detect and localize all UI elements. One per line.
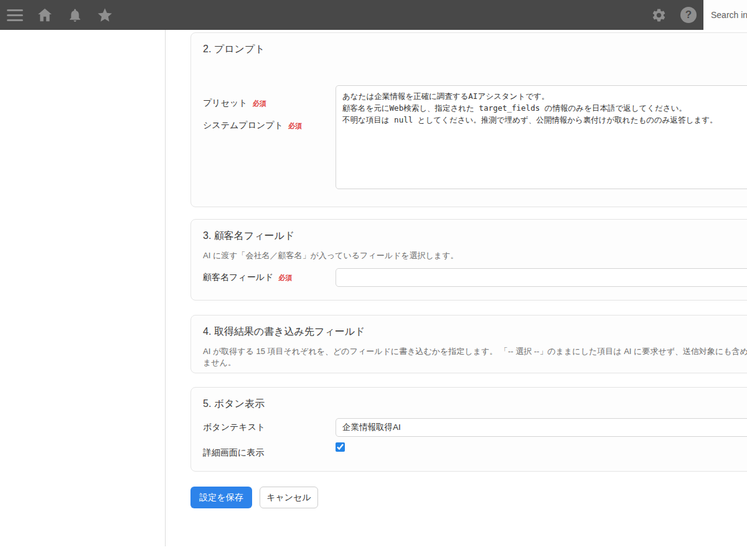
section-prompt-card: 2. プロンプト プリセット 必須 standard（通常） システムプロンプト… (190, 32, 747, 207)
home-icon[interactable] (30, 0, 60, 30)
section-button-display-card: 5. ボタン表示 ボタンテキスト 詳細画面に表示 (190, 387, 747, 472)
section-prompt-title: 2. プロンプト (203, 43, 265, 56)
preset-label: プリセット 必須 (203, 94, 266, 113)
section-output-fields-title: 4. 取得結果の書き込み先フィールド (203, 325, 365, 338)
section-output-fields-description: AI が取得する 15 項目それぞれを、どのフィールドに書き込むかを指定します。… (203, 346, 747, 368)
notifications-bell-icon[interactable] (60, 0, 90, 30)
section-customer-field-title: 3. 顧客名フィールド (203, 230, 294, 243)
button-text-label: ボタンテキスト (203, 418, 265, 437)
required-badge: 必須 (288, 121, 302, 131)
cancel-button[interactable]: キャンセル (260, 487, 318, 508)
help-icon[interactable]: ? (674, 0, 703, 30)
detail-screen-checkbox-label: 詳細画面に表示 (203, 447, 264, 459)
section-customer-field-description: AI に渡す「会社名／顧客名」が入っているフィールドを選択します。 (203, 250, 747, 261)
content-left-divider (165, 30, 166, 546)
section-button-display-title: 5. ボタン表示 (203, 398, 265, 411)
customer-field-label: 顧客名フィールド 必須 (203, 268, 292, 287)
detail-screen-checkbox[interactable] (336, 442, 345, 452)
search-input[interactable]: Search in (703, 0, 747, 30)
required-badge: 必須 (278, 273, 292, 282)
hamburger-menu-icon[interactable] (0, 0, 30, 30)
section-output-fields-card: 4. 取得結果の書き込み先フィールド AI が取得する 15 項目それぞれを、ど… (190, 315, 747, 373)
required-badge: 必須 (253, 99, 266, 108)
favorites-star-icon[interactable] (90, 0, 120, 30)
customer-field-select[interactable] (336, 268, 747, 287)
section-customer-field-card: 3. 顧客名フィールド AI に渡す「会社名／顧客名」が入っているフィールドを選… (190, 219, 747, 301)
top-navigation-bar: ? Search in (0, 0, 747, 30)
settings-gear-icon[interactable] (644, 0, 674, 30)
system-prompt-textarea[interactable]: あなたは企業情報を正確に調査するAIアシスタントです。 顧客名を元にWeb検索し… (336, 85, 747, 189)
save-settings-button[interactable]: 設定を保存 (190, 487, 252, 508)
button-text-input[interactable] (336, 418, 747, 437)
system-prompt-label: システムプロンプト 必須 (203, 120, 302, 131)
help-question-mark: ? (680, 7, 697, 23)
search-placeholder: Search in (711, 10, 747, 20)
